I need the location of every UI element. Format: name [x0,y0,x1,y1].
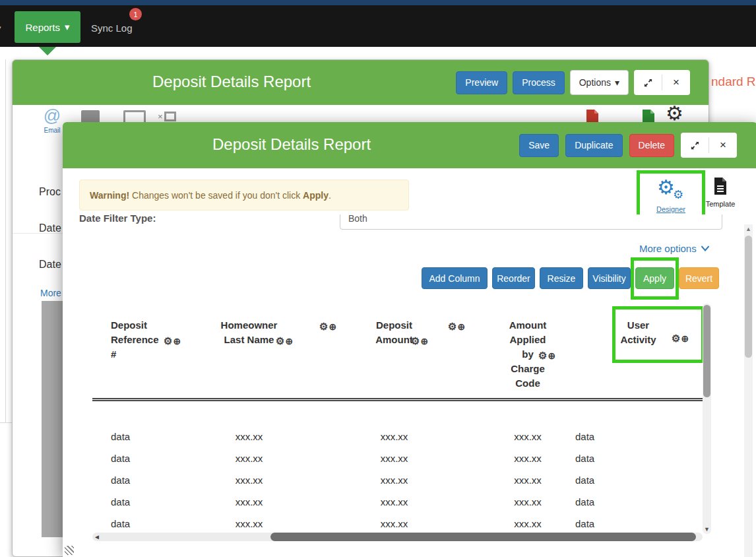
scrollbar-thumb[interactable] [270,533,696,541]
scrollbar-thumb[interactable] [703,305,710,397]
column-options[interactable]: ⚙ ⊕ [538,348,555,363]
caret-down-icon: ▾ [65,21,70,33]
column-header-amount-applied: Amount Applied by Charge Code ⚙ ⊕ [482,304,574,398]
add-column-button[interactable]: Add Column [422,267,488,289]
cell: xxx.xx [191,475,307,486]
column-options[interactable]: ⚙ ⊕ [164,334,181,348]
scroll-up-icon[interactable]: ▲ [745,226,751,232]
column-settings-icon[interactable]: ⚙ [672,331,680,346]
warning-text: Changes won't be saved if you don't clic… [129,190,303,201]
expand-icon[interactable] [681,133,709,158]
nav-left-caret-icon[interactable]: ▾ [0,22,1,34]
reports-active-pointer [39,47,56,55]
scroll-down-icon[interactable]: ▼ [704,526,710,533]
options-button[interactable]: Options ▾ [570,70,629,95]
column-add-icon[interactable]: ⊕ [681,331,689,346]
label-date-1: Date [39,222,61,234]
nav-item-sync-log[interactable]: Sync Log [91,22,133,34]
modal-resize-handle[interactable] [65,546,74,555]
column-options[interactable]: ⚙ ⊕ [276,334,293,348]
reorder-button[interactable]: Reorder [492,267,535,289]
cell: xxx.xx [191,453,307,464]
cell: xxx.xx [353,518,435,529]
caret-down-icon: ▾ [615,77,619,88]
designer-label: Designer [656,205,685,213]
template-button[interactable]: Template [700,177,741,208]
template-label: Template [700,200,741,208]
cell: xxx.xx [353,496,435,508]
duplicate-button[interactable]: Duplicate [565,134,622,157]
column-add-icon[interactable]: ⊕ [457,319,465,334]
modal-scrollbar[interactable]: ▲ [744,224,753,557]
warning-alert: Warning! Changes won't be saved if you d… [79,180,409,211]
warning-period: . [329,190,331,201]
column-options[interactable]: ⚙ ⊕ [411,334,428,348]
back-modal-actions: Preview Process Options ▾ × [456,70,690,95]
scroll-left-icon[interactable]: ◄ [94,533,100,541]
table-horizontal-scrollbar[interactable]: ◄ [92,533,703,541]
cell: data [574,496,703,508]
clipped-background-link[interactable]: ndard Re [711,75,756,89]
more-options-link[interactable]: More options [639,243,710,254]
close-icon[interactable]: × [662,70,690,95]
column-add-icon[interactable]: ⊕ [285,334,293,348]
visibility-button[interactable]: Visibility [588,267,631,289]
page-border-line [0,422,12,423]
column-header-user-activity: User Activity ⚙ ⊕ [574,304,703,398]
cell: xxx.xx [353,453,435,464]
label-process: Proc [39,186,61,198]
column-header-empty-2: ⚙ ⊕ [435,304,482,398]
column-settings-icon[interactable]: ⚙ [276,334,284,348]
column-add-icon[interactable]: ⊕ [548,348,555,363]
column-options[interactable]: ⚙ ⊕ [448,319,465,334]
column-add-icon[interactable]: ⊕ [173,334,181,348]
cell: data [92,475,191,486]
column-settings-icon[interactable]: ⚙ [411,334,420,348]
designer-toolbar: Add Column Reorder Resize Visibility App… [422,267,719,289]
column-settings-icon[interactable]: ⚙ [448,319,457,334]
preview-button[interactable]: Preview [456,71,507,94]
screen: ▾ Reports ▾ Sync Log 1 ndard Re Deposit … [0,0,756,557]
column-settings-icon[interactable]: ⚙ [319,319,328,334]
back-modal-title: Deposit Details Report [152,73,311,91]
close-icon[interactable]: × [709,133,737,158]
save-button[interactable]: Save [519,134,559,157]
column-header-homeowner-last-name: Homeowner Last Name ⚙ ⊕ [191,304,307,398]
column-add-icon[interactable]: ⊕ [420,334,428,348]
table-header-row: Deposit Reference # ⚙ ⊕ Homeowner Last N… [92,304,703,398]
revert-button[interactable]: Revert [679,267,719,289]
nav-item-reports[interactable]: Reports ▾ [15,11,80,43]
scrollbar-thumb[interactable] [745,236,752,358]
delete-button[interactable]: Delete [629,134,674,157]
cell: xxx.xx [482,475,574,486]
column-options[interactable]: ⚙ ⊕ [319,319,336,334]
front-modal-body: Warning! Changes won't be saved if you d… [63,168,756,557]
remove-export-icon[interactable]: × [158,112,176,121]
more-link[interactable]: More [40,288,61,298]
expand-icon[interactable] [634,70,662,95]
cell: xxx.xx [353,431,435,442]
box-icon [164,112,176,121]
column-add-icon[interactable]: ⊕ [329,319,336,334]
process-button[interactable]: Process [513,71,565,94]
page-border-line [5,59,6,422]
cell: xxx.xx [482,453,574,464]
column-settings-icon[interactable]: ⚙ [538,348,547,363]
date-filter-type-select[interactable]: Both [340,214,722,230]
table-row: data xxx.xx xxx.xx xxx.xx data [92,447,703,469]
column-options[interactable]: ⚙ ⊕ [672,331,689,346]
cell: data [574,475,703,486]
back-modal-header: Deposit Details Report Preview Process O… [13,60,709,105]
resize-button[interactable]: Resize [540,267,583,289]
apply-button[interactable]: Apply [635,267,674,289]
table-vertical-scrollbar[interactable]: ▼ [703,304,711,534]
front-window-controls: × [681,133,737,158]
more-options-label: More options [639,243,697,254]
designer-button[interactable]: ⚙ ⚙ Designer [637,170,705,221]
settings-gear-icon[interactable]: ⚙ [666,104,683,123]
column-label: Deposit Reference # [111,318,167,362]
cell: data [574,431,703,442]
sync-log-badge: 1 [129,8,142,20]
table-row: data xxx.xx xxx.xx xxx.xx data [92,491,703,513]
column-settings-icon[interactable]: ⚙ [164,334,172,348]
